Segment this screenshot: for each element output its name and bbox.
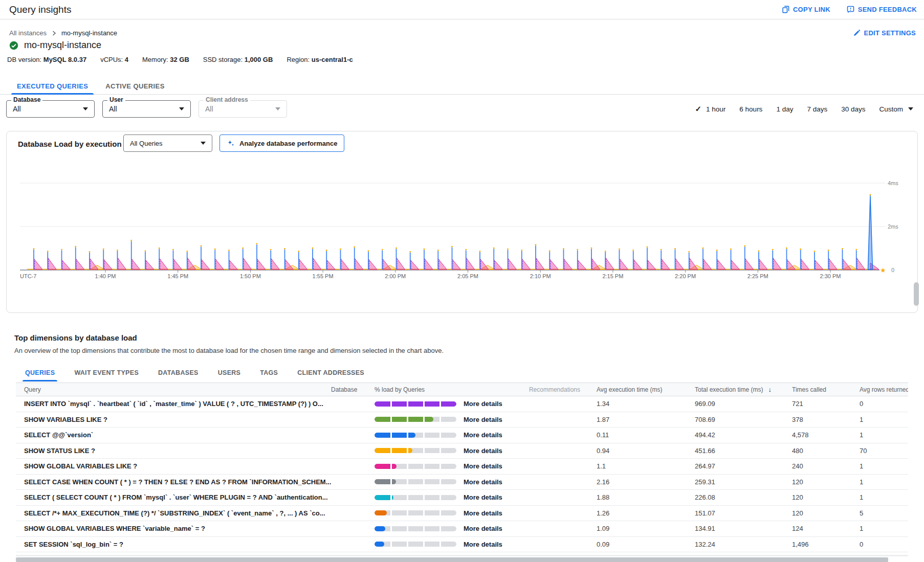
more-details-link[interactable]: More details bbox=[464, 431, 502, 439]
database-load-chart[interactable]: 4ms2ms0★ bbox=[7, 131, 917, 277]
more-details-link[interactable]: More details bbox=[464, 462, 502, 470]
query-cell[interactable]: SHOW GLOBAL VARIABLES WHERE `variable_na… bbox=[24, 525, 331, 532]
copy-icon bbox=[782, 6, 789, 13]
load-bar-fill bbox=[375, 401, 456, 407]
user-filter-label: User bbox=[107, 97, 125, 103]
table-row: SHOW GLOBAL VARIABLES LIKE ?More details… bbox=[16, 459, 908, 475]
column-header-database[interactable]: Database bbox=[331, 386, 375, 393]
avg-execution-time-cell: 2.16 bbox=[580, 478, 695, 486]
more-details-link[interactable]: More details bbox=[464, 525, 502, 532]
table-row: SELECT /*+ MAX_EXECUTION_TIME (?) */ `SU… bbox=[16, 506, 908, 522]
detail-value: 1,000 GB bbox=[245, 56, 273, 63]
dimension-tab-client-addresses[interactable]: CLIENT ADDRESSES bbox=[288, 364, 374, 381]
load-bar-separator bbox=[439, 495, 441, 500]
breadcrumb-all-instances[interactable]: All instances bbox=[9, 29, 47, 37]
horizontal-scrollbar-thumb[interactable] bbox=[16, 557, 888, 562]
top-bar: Query insights COPY LINK SEND FEEDBACK bbox=[0, 0, 924, 19]
load-bar bbox=[375, 542, 456, 547]
svg-text:4ms: 4ms bbox=[888, 180, 898, 186]
dimension-tab-users[interactable]: USERS bbox=[208, 364, 251, 381]
query-cell[interactable]: SELECT @@`version` bbox=[24, 431, 331, 439]
query-cell[interactable]: SELECT ( SELECT COUNT ( * ) FROM `mysql`… bbox=[24, 493, 331, 501]
copy-link-button[interactable]: COPY LINK bbox=[782, 6, 830, 13]
sort-desc-icon: ↓ bbox=[768, 386, 772, 393]
load-bar-separator bbox=[390, 526, 392, 531]
load-bar-separator bbox=[390, 417, 392, 422]
detail-label: Memory: bbox=[142, 56, 170, 63]
load-bar bbox=[375, 495, 456, 500]
svg-text:0: 0 bbox=[891, 267, 894, 273]
more-details-link[interactable]: More details bbox=[464, 541, 502, 548]
top-dimensions-title: Top dimensions by database load bbox=[14, 333, 137, 342]
legend-scrollbar[interactable] bbox=[914, 282, 919, 306]
more-details-link[interactable]: More details bbox=[464, 400, 502, 408]
table-header-row: QueryDatabase% load by QueriesRecommenda… bbox=[16, 383, 908, 396]
query-cell[interactable]: SET SESSION `sql_log_bin` = ? bbox=[24, 541, 331, 548]
database-filter-select[interactable]: Database All bbox=[6, 100, 95, 118]
time-range-30-days[interactable]: 30 days bbox=[841, 105, 865, 113]
query-cell[interactable]: SELECT /*+ MAX_EXECUTION_TIME (?) */ `SU… bbox=[24, 509, 331, 517]
load-bar-separator bbox=[407, 542, 408, 547]
column-header-total-execution-time-ms[interactable]: Total execution time (ms)↓ bbox=[695, 386, 792, 393]
breadcrumb-current: mo-mysql-instance bbox=[61, 29, 117, 37]
chevron-down-icon bbox=[83, 107, 88, 110]
main-tabs: EXECUTED QUERIESACTIVE QUERIES bbox=[0, 78, 924, 95]
query-cell[interactable]: SHOW VARIABLES LIKE ? bbox=[24, 416, 331, 423]
user-filter-select[interactable]: User All bbox=[102, 100, 191, 118]
time-range-1-day[interactable]: 1 day bbox=[776, 105, 793, 113]
query-cell[interactable]: INSERT INTO `mysql` . `heartbeat` ( `id`… bbox=[24, 400, 331, 408]
column-header-times-called[interactable]: Times called bbox=[792, 386, 860, 393]
load-bar-separator bbox=[423, 433, 425, 438]
time-range-custom[interactable]: Custom bbox=[879, 105, 913, 113]
tab-executed-queries[interactable]: EXECUTED QUERIES bbox=[8, 78, 97, 94]
total-execution-time-cell: 134.91 bbox=[695, 525, 792, 532]
load-bar-separator bbox=[439, 417, 441, 422]
dimension-tab-tags[interactable]: TAGS bbox=[250, 364, 288, 381]
column-header-avg-rows-returned[interactable]: Avg rows returned bbox=[860, 386, 908, 393]
query-cell[interactable]: SHOW STATUS LIKE ? bbox=[24, 447, 331, 455]
check-icon: ✓ bbox=[695, 104, 701, 114]
edit-settings-button[interactable]: EDIT SETTINGS bbox=[853, 29, 916, 37]
load-bar-separator bbox=[439, 510, 441, 515]
tab-active-queries[interactable]: ACTIVE QUERIES bbox=[97, 78, 173, 94]
total-execution-time-cell: 494.42 bbox=[695, 431, 792, 439]
times-called-cell: 4,578 bbox=[792, 431, 860, 439]
time-range-7-days[interactable]: 7 days bbox=[807, 105, 827, 113]
load-bar-separator bbox=[439, 433, 441, 438]
dimension-tab-queries[interactable]: QUERIES bbox=[15, 364, 64, 381]
more-details-link[interactable]: More details bbox=[464, 478, 502, 486]
dimension-tab-wait-event-types[interactable]: WAIT EVENT TYPES bbox=[64, 364, 148, 381]
avg-rows-returned-cell: 0 bbox=[860, 541, 908, 548]
column-header-label: Recommendations bbox=[529, 386, 580, 393]
chevron-down-icon bbox=[179, 107, 184, 110]
load-bar-separator bbox=[407, 479, 408, 484]
dimension-tabs: QUERIESWAIT EVENT TYPESDATABASESUSERSTAG… bbox=[15, 364, 374, 381]
more-details-link[interactable]: More details bbox=[464, 416, 502, 423]
load-bar-separator bbox=[407, 526, 408, 531]
load-bar-fill bbox=[375, 526, 385, 531]
time-range-label: 6 hours bbox=[739, 105, 762, 113]
query-cell[interactable]: SELECT CASE WHEN COUNT ( * ) = ? THEN ? … bbox=[24, 478, 331, 486]
avg-rows-returned-cell: 0 bbox=[860, 400, 908, 408]
dimension-tab-databases[interactable]: DATABASES bbox=[148, 364, 208, 381]
table-row: SELECT CASE WHEN COUNT ( * ) = ? THEN ? … bbox=[16, 475, 908, 490]
column-header-avg-execution-time-ms[interactable]: Avg execution time (ms) bbox=[580, 386, 695, 393]
column-header-query[interactable]: Query bbox=[24, 386, 331, 393]
chevron-right-icon bbox=[52, 31, 56, 36]
more-details-link[interactable]: More details bbox=[464, 447, 502, 455]
load-bar-separator bbox=[407, 401, 408, 407]
more-details-link[interactable]: More details bbox=[464, 509, 502, 517]
column-header-load-by-queries[interactable]: % load by Queries bbox=[375, 386, 522, 393]
pencil-icon bbox=[853, 29, 861, 37]
send-feedback-button[interactable]: SEND FEEDBACK bbox=[847, 6, 917, 13]
query-cell[interactable]: SHOW GLOBAL VARIABLES LIKE ? bbox=[24, 462, 331, 470]
time-range-1-hour[interactable]: ✓1 hour bbox=[695, 104, 725, 114]
chevron-down-icon bbox=[275, 107, 280, 110]
load-bar-separator bbox=[407, 417, 408, 422]
instance-header: mo-mysql-instance bbox=[9, 40, 101, 51]
time-range-6-hours[interactable]: 6 hours bbox=[739, 105, 762, 113]
instance-details: DB version: MySQL 8.0.37vCPUs: 4Memory: … bbox=[7, 56, 353, 63]
more-details-link[interactable]: More details bbox=[464, 493, 502, 501]
table-row: SHOW GLOBAL VARIABLES WHERE `variable_na… bbox=[16, 521, 908, 537]
instance-detail-db-version: DB version: MySQL 8.0.37 bbox=[7, 56, 86, 63]
